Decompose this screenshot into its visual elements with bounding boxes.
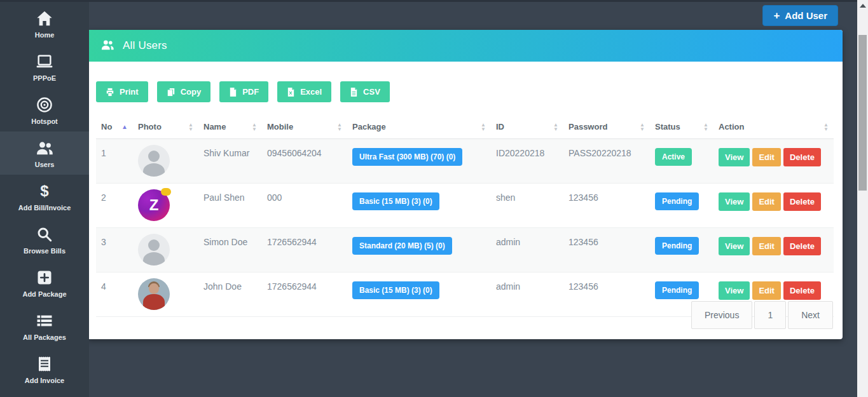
cell-package: Standard (20 MB) (5) (0)	[347, 228, 491, 273]
column-header-name[interactable]: Name▲▼	[198, 118, 262, 139]
vertical-scrollbar[interactable]	[857, 0, 868, 397]
sidebar-item-hotspot[interactable]: Hotspot	[0, 88, 89, 131]
avatar-placeholder	[138, 234, 170, 266]
cell-photo: Z	[133, 184, 198, 228]
sort-icon: ▲▼	[188, 123, 193, 131]
sidebar-item-add-package[interactable]: Add Package	[0, 261, 89, 304]
column-label: ID	[496, 122, 504, 131]
delete-button[interactable]: Delete	[783, 192, 821, 211]
delete-button[interactable]: Delete	[783, 148, 821, 166]
column-header-action[interactable]: Action▲▼	[713, 118, 834, 139]
cell-name: Shiv Kumar	[198, 139, 262, 184]
excel-file-icon	[287, 88, 295, 97]
sort-icon: ▲▼	[481, 123, 486, 131]
column-header-package[interactable]: Package▲▼	[347, 118, 491, 139]
cell-mobile: 000	[262, 184, 347, 228]
cell-id: admin	[491, 273, 563, 317]
copy-icon	[167, 88, 176, 97]
copy-label: Copy	[181, 87, 202, 97]
sidebar-item-add-bill-invoice[interactable]: $ Add Bill/Invoice	[0, 175, 89, 218]
sidebar-item-pppoe[interactable]: PPPoE	[0, 45, 89, 88]
page-number-button[interactable]: 1	[754, 301, 786, 329]
sidebar-item-add-invoice[interactable]: Add Invoice	[0, 347, 89, 391]
view-button[interactable]: View	[719, 237, 750, 255]
scroll-up-arrow-icon[interactable]	[860, 4, 866, 8]
sort-icon: ▲▼	[703, 123, 708, 131]
cell-name: John Doe	[198, 273, 262, 317]
cell-no: 2	[96, 184, 133, 228]
page-title: All Users	[123, 39, 167, 52]
cell-action: ViewEditDelete	[713, 139, 834, 184]
column-header-status[interactable]: Status▲▼	[650, 118, 713, 139]
edit-button[interactable]: Edit	[752, 148, 781, 166]
cell-name: Simon Doe	[198, 228, 262, 273]
cell-package: Basic (15 MB) (3) (0)	[347, 184, 491, 228]
column-header-no[interactable]: No▲	[96, 118, 133, 139]
cell-password: PASS20220218	[563, 139, 650, 184]
print-button[interactable]: Print	[96, 81, 148, 102]
sidebar-item-all-packages[interactable]: All Packages	[0, 304, 89, 347]
excel-button[interactable]: Excel	[277, 81, 331, 102]
users-table: No▲ Photo▲▼ Name▲▼ Mobile▲▼ Package▲▼ ID…	[96, 118, 834, 317]
view-button[interactable]: View	[719, 192, 750, 211]
plus-square-icon	[37, 269, 52, 286]
column-header-mobile[interactable]: Mobile▲▼	[262, 118, 347, 139]
cell-status: Active	[650, 139, 713, 184]
sidebar-item-label: Users	[35, 161, 55, 168]
column-header-password[interactable]: Password▲▼	[563, 118, 650, 139]
cell-package: Basic (15 MB) (3) (0)	[347, 273, 491, 317]
column-header-id[interactable]: ID▲▼	[491, 118, 563, 139]
sort-icon: ▲▼	[823, 123, 829, 131]
pdf-file-icon	[229, 88, 237, 97]
sort-ascending-icon: ▲	[121, 124, 128, 130]
cell-status: Pending	[650, 184, 713, 228]
package-badge: Standard (20 MB) (5) (0)	[352, 237, 452, 255]
cell-id: shen	[491, 184, 563, 228]
view-button[interactable]: View	[719, 281, 750, 300]
delete-button[interactable]: Delete	[783, 237, 821, 255]
column-header-photo[interactable]: Photo▲▼	[133, 118, 198, 139]
plus-icon: +	[773, 10, 780, 22]
status-badge: Pending	[655, 237, 699, 255]
sidebar-item-label: Home	[35, 31, 55, 39]
card-header: All Users	[87, 30, 843, 62]
previous-page-button[interactable]: Previous	[691, 301, 752, 329]
scrollbar-thumb[interactable]	[858, 35, 867, 191]
cell-photo	[133, 228, 198, 273]
copy-button[interactable]: Copy	[157, 81, 211, 102]
add-user-button[interactable]: + Add User	[762, 5, 838, 26]
sidebar-item-label: Browse Bills	[24, 247, 65, 255]
cell-id: admin	[491, 228, 563, 273]
cell-action: ViewEditDelete	[713, 184, 834, 228]
csv-file-icon	[350, 88, 358, 97]
add-user-label: Add User	[785, 10, 827, 21]
next-page-button[interactable]: Next	[788, 301, 833, 329]
cell-action: ViewEditDelete	[713, 228, 834, 273]
status-badge: Pending	[655, 281, 699, 299]
edit-button[interactable]: Edit	[752, 281, 781, 300]
sidebar-item-users[interactable]: Users	[0, 131, 89, 175]
sidebar-item-browse-bills[interactable]: Browse Bills	[0, 218, 89, 261]
edit-button[interactable]: Edit	[752, 192, 781, 211]
view-button[interactable]: View	[719, 148, 750, 166]
cell-id: ID20220218	[491, 139, 563, 184]
cell-mobile: 1726562944	[262, 228, 347, 273]
receipt-icon	[38, 356, 52, 372]
csv-button[interactable]: CSV	[340, 81, 390, 102]
edit-button[interactable]: Edit	[752, 237, 781, 255]
pdf-button[interactable]: PDF	[219, 81, 268, 102]
avatar-letter: Z	[149, 196, 159, 214]
column-label: Package	[352, 122, 386, 131]
sidebar-item-home[interactable]: Home	[0, 2, 89, 45]
cell-package: Ultra Fast (300 MB) (70) (0)	[347, 139, 491, 184]
sidebar-item-label: All Packages	[23, 333, 66, 341]
users-table-wrap: No▲ Photo▲▼ Name▲▼ Mobile▲▼ Package▲▼ ID…	[87, 102, 843, 317]
table-row: 3 Simon Doe 1726562944 Standard (20 MB) …	[96, 228, 834, 273]
delete-button[interactable]: Delete	[783, 281, 821, 300]
cell-password: 123456	[563, 184, 650, 228]
avatar-z-logo: Z	[138, 189, 170, 221]
users-icon	[36, 140, 53, 156]
sort-icon: ▲▼	[553, 123, 558, 131]
users-icon	[100, 39, 114, 53]
cell-photo	[133, 139, 198, 184]
